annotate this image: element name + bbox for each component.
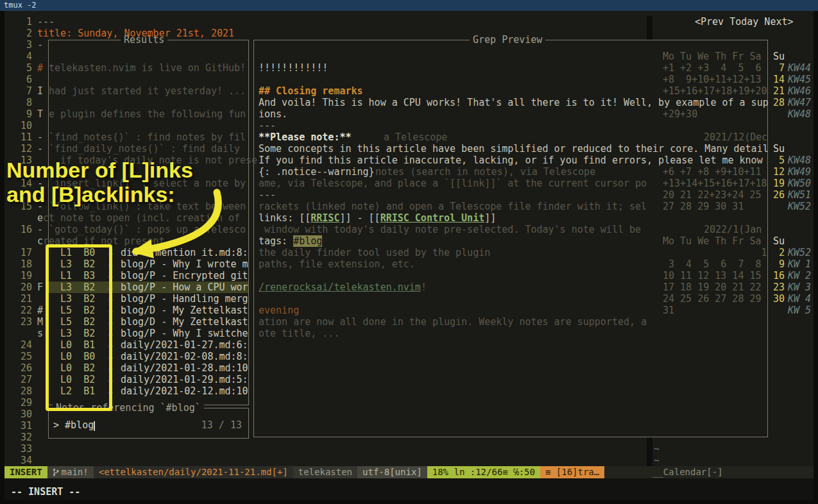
calendar-week-number: KW47 <box>788 97 811 108</box>
buffer-text: M <box>37 316 43 328</box>
calendar-sunday-date[interactable]: 30 <box>769 293 785 305</box>
calendar-week-dates[interactable]: +6 +7 +8 +9+10+11 <box>663 166 762 178</box>
calendar-sunday-date[interactable]: 21 <box>769 85 785 97</box>
preview-line: ame, via Telescope, and place a `[[link]… <box>259 178 647 189</box>
result-filename: daily/2021-01-29.md:5: <box>121 374 248 385</box>
line-number: 25 <box>6 351 32 362</box>
calendar-sunday-date[interactable]: Su <box>769 51 785 62</box>
statusline-file-segment: <ettelkasten/daily/2021-11-21.md[+] <box>94 466 293 478</box>
annotation-line2: and [B]acklinks: <box>6 182 193 206</box>
preview-line: ation are now all done in the plugin. We… <box>259 316 647 328</box>
buffer-text: - `goto_today()` : pops up a Telesco <box>37 224 246 235</box>
calendar-sunday-date[interactable]: 9 <box>769 258 785 270</box>
line-number: 23 <box>6 316 32 328</box>
line-number: 32 <box>6 432 32 443</box>
preview-line: the daily finder tool used by the plugin <box>259 247 490 258</box>
calendar-week-number: KW 4 <box>788 293 811 305</box>
calendar-sunday-date[interactable]: 26 <box>769 189 785 201</box>
calendar-week-number: KW 1 <box>788 258 811 270</box>
mode-message: -- INSERT -- <box>11 486 80 498</box>
preview-line: ## Closing remarks <box>259 85 363 97</box>
calendar-week-dates[interactable]: Mo Tu We Th Fr Sa <box>663 51 762 62</box>
calendar-sunday-date[interactable]: 19 <box>769 178 785 189</box>
result-filename: blog/P - Encrypted git <box>121 270 248 281</box>
calendar-week-dates[interactable]: 17 18 19 20 21 22 <box>663 281 762 293</box>
annotation-text: Number of [L]inks and [B]acklinks: <box>6 158 193 206</box>
calendar-sunday-date[interactable]: 12 <box>769 166 785 178</box>
calendar-week-number: KW46 <box>788 85 811 97</box>
calendar-sunday-date[interactable]: 2 <box>769 247 785 258</box>
buffer-text: ect note to open (incl. creation of <box>37 212 240 224</box>
preview-line: --- <box>259 189 276 201</box>
calendar-week-dates[interactable]: Mo Tu We Th Fr Sa <box>663 235 762 247</box>
preview-line: Some concepts in this article have been … <box>259 143 769 155</box>
calendar-week-dates[interactable]: +15+16+17+18+19+20 <box>663 85 767 97</box>
annotation-highlight-box <box>46 244 112 411</box>
preview-line: **Please note:** <box>259 131 352 143</box>
calendar-week-number: KW48 <box>788 155 811 166</box>
tmux-titlebar: tmux -2 <box>0 0 818 11</box>
buffer-text: ~ <box>654 443 660 455</box>
preview-line: ions. <box>259 108 287 120</box>
line-number: 1 <box>6 16 32 28</box>
line-number: 19 <box>6 270 32 281</box>
buffer-text: T e plugin defines the following fun <box>37 108 246 120</box>
calendar-week-dates[interactable]: 10 11 12 13 14 15 <box>663 270 762 281</box>
calendar-nav[interactable]: <Prev Today Next> <box>695 16 794 28</box>
calendar-week-dates[interactable]: 27 28 29 30 31 <box>663 201 744 212</box>
preview-line: /renerocksai/telekasten.nvim! <box>259 281 427 293</box>
preview-line: rackets (linked note) and open a Telesco… <box>259 201 647 212</box>
buffer-text: - <box>37 39 43 51</box>
calendar-sunday-date[interactable]: Su <box>769 235 785 247</box>
calendar-week-number: KW 3 <box>788 281 811 293</box>
preview-line: tags: #blog <box>259 235 322 247</box>
buffer-text: # telekasten.nvim is live on GitHub! <box>37 62 246 74</box>
preview-line: ote title, ... <box>259 328 339 339</box>
line-number: 22 <box>6 305 32 316</box>
result-filename: daily/2021-01-28.md:10 <box>121 362 248 374</box>
calendar-week-number: KW45 <box>788 74 811 85</box>
calendar-month-label: 2021/12(Dec <box>704 131 767 143</box>
calendar-sunday-date[interactable]: 7 <box>769 62 785 74</box>
calendar-week-dates[interactable]: 3 4 5 6 7 8 <box>663 258 762 270</box>
line-number: 9 <box>6 108 32 120</box>
line-number: 29 <box>6 397 32 408</box>
result-filename: blog/P - Handling merg <box>121 293 248 305</box>
calendar-week-number: KW44 <box>788 62 811 74</box>
calendar-week-dates[interactable]: +13+14+15+16+17+18 <box>663 178 767 189</box>
line-number: 33 <box>6 443 32 455</box>
buffer-text: F <box>37 281 43 293</box>
calendar-week-dates[interactable]: 31 <box>663 305 674 316</box>
statusline-branch-segment: main! <box>47 466 94 478</box>
line-number: 4 <box>6 51 32 62</box>
calendar-sunday-date[interactable]: 23 <box>769 281 785 293</box>
calendar-sunday-date[interactable]: 28 <box>769 97 785 108</box>
line-number: 5 <box>6 62 32 74</box>
preview-line: a Telescope <box>384 131 447 143</box>
calendar-week-dates[interactable]: +1 +2 +3 4 5 6 <box>663 62 762 74</box>
result-filename: daily/2021-02-08.md:8: <box>121 351 248 362</box>
calendar-week-dates[interactable]: 20 21 22+23+24 25 <box>663 189 762 201</box>
statusline-mode-segment: INSERT <box>4 466 47 478</box>
calendar-week-number: KW51 <box>788 189 811 201</box>
line-number: 3 <box>6 39 32 51</box>
calendar-week-dates[interactable]: +29+30 <box>663 108 697 120</box>
text-layer: <Prev Today Next> 1234567891011121314151… <box>0 0 818 504</box>
buffer-text: s <box>37 328 43 339</box>
calendar-week-dates[interactable]: 24 25 26 27 28 29 <box>663 293 762 305</box>
preview-line: links: [[RRISC]] - [[RRISC Control Unit]… <box>259 212 496 224</box>
calendar-sunday-date[interactable]: 14 <box>769 74 785 85</box>
terminal-screen: tmux -2 Results Grep Preview Notes refer… <box>0 0 818 504</box>
statusline-enc-segment: utf-8[unix] <box>357 466 427 478</box>
statusline-plugin-segment: telekasten <box>293 466 357 478</box>
calendar-sunday-date[interactable]: Su <box>769 143 785 155</box>
calendar-sunday-date[interactable]: 16 <box>769 270 785 281</box>
line-number: 18 <box>6 258 32 270</box>
buffer-text: # <box>37 305 43 316</box>
calendar-week-dates[interactable]: +8 9+10+11+12+13 <box>663 74 762 85</box>
calendar-week-dates[interactable]: 1 <box>663 247 767 258</box>
preview-line: !!!!!!!!!!!! <box>259 62 328 74</box>
result-filename: blog/P - Why I switche <box>121 328 248 339</box>
calendar-sunday-date[interactable]: 5 <box>769 155 785 166</box>
preview-line: --- <box>259 120 276 131</box>
